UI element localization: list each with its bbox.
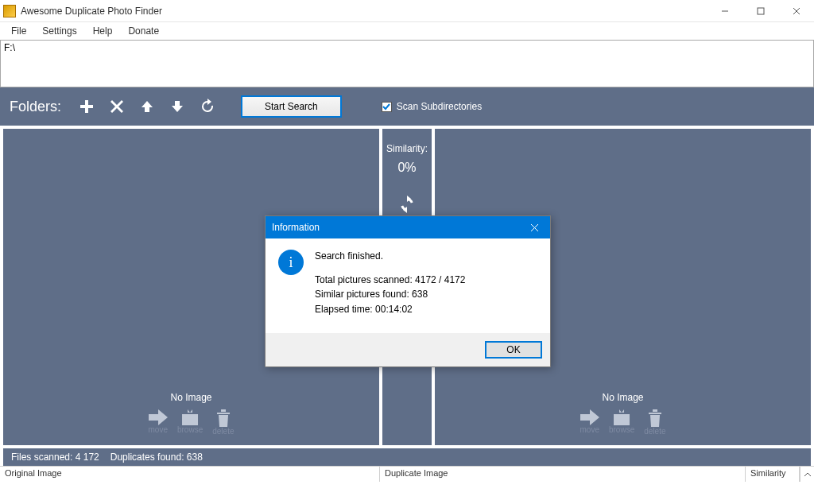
close-button[interactable] <box>778 0 814 22</box>
folder-path-entry: F:\ <box>4 42 15 53</box>
original-pane-footer: No Image move browse delete <box>149 392 235 436</box>
browse-button-right[interactable]: browse <box>609 409 634 436</box>
scan-subdirectories-label: Scan Subdirectories <box>397 101 482 112</box>
result-columns: Original Image Duplicate Image Similarit… <box>0 466 814 482</box>
scan-subdirectories-checkbox[interactable]: Scan Subdirectories <box>382 101 482 112</box>
menu-help[interactable]: Help <box>85 24 121 38</box>
app-icon <box>3 5 16 17</box>
status-bar: Files scanned: 4 172 Duplicates found: 6… <box>3 448 811 466</box>
menubar: File Settings Help Donate <box>0 22 814 40</box>
no-image-label: No Image <box>149 392 235 403</box>
delete-button-right[interactable]: delete <box>644 409 665 436</box>
folder-path-list[interactable]: F:\ <box>0 40 814 87</box>
similarity-value: 0% <box>397 161 416 175</box>
dialog-ok-button[interactable]: OK <box>485 341 542 359</box>
menu-settings[interactable]: Settings <box>34 24 84 38</box>
duplicate-pane-footer: No Image move browse delete <box>580 392 666 436</box>
window-title: Awesome Duplicate Photo Finder <box>21 6 707 17</box>
files-scanned-status: Files scanned: 4 172 <box>11 452 99 463</box>
dialog-title: Information <box>272 222 320 233</box>
svg-rect-1 <box>758 8 764 14</box>
folders-label: Folders: <box>10 99 61 115</box>
move-down-button[interactable] <box>166 95 188 118</box>
folders-toolbar: Folders: Start Search Scan Subdirectorie… <box>0 87 814 126</box>
add-folder-button[interactable] <box>76 95 98 118</box>
remove-folder-button[interactable] <box>106 95 128 118</box>
start-search-button[interactable]: Start Search <box>241 95 342 118</box>
delete-button-left[interactable]: delete <box>212 409 234 436</box>
column-duplicate[interactable]: Duplicate Image <box>380 467 746 482</box>
column-similarity[interactable]: Similarity <box>746 467 800 482</box>
no-image-label: No Image <box>580 392 666 403</box>
info-icon: i <box>278 250 304 275</box>
refresh-icon[interactable] <box>398 196 416 215</box>
information-dialog: Information i Search finished. Total pic… <box>265 215 551 367</box>
dialog-line-elapsed: Elapsed time: 00:14:02 <box>315 303 465 316</box>
browse-button-left[interactable]: browse <box>177 409 203 436</box>
minimize-button[interactable] <box>707 0 742 22</box>
maximize-button[interactable] <box>742 0 778 22</box>
move-up-button[interactable] <box>136 95 158 118</box>
duplicates-found-status: Duplicates found: 638 <box>110 452 203 463</box>
dialog-line-similar: Similar pictures found: 638 <box>315 288 465 300</box>
dialog-message: Search finished. Total pictures scanned:… <box>315 250 465 317</box>
check-icon <box>382 102 392 112</box>
move-button-left[interactable]: move <box>149 409 168 436</box>
column-original[interactable]: Original Image <box>0 467 380 482</box>
titlebar: Awesome Duplicate Photo Finder <box>0 0 814 22</box>
dialog-titlebar[interactable]: Information <box>266 216 550 238</box>
similarity-label: Similarity: <box>386 143 428 154</box>
dialog-close-button[interactable] <box>518 216 550 238</box>
reset-button[interactable] <box>196 95 219 118</box>
dialog-line-finished: Search finished. <box>315 250 465 262</box>
menu-donate[interactable]: Donate <box>120 24 167 38</box>
dialog-line-total: Total pictures scanned: 4172 / 4172 <box>315 273 465 286</box>
move-button-right[interactable]: move <box>580 409 599 436</box>
menu-file[interactable]: File <box>3 24 34 38</box>
scroll-up-icon[interactable] <box>800 467 814 482</box>
